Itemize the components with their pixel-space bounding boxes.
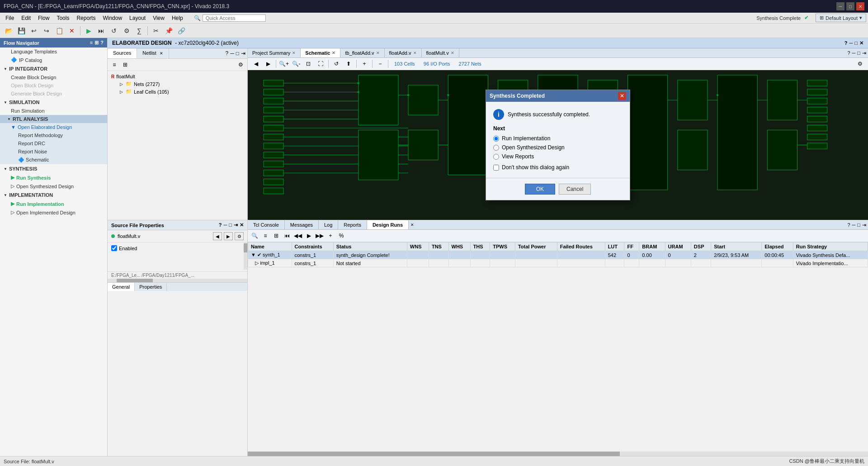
bot-percent-btn[interactable]: % <box>336 231 346 241</box>
radio-run-impl-input[interactable] <box>493 136 499 142</box>
sidebar-item-run-simulation[interactable]: Run Simulation <box>0 107 107 115</box>
nav-icon-3[interactable]: ? <box>100 40 104 46</box>
bot-collapse-btn[interactable]: ≡ <box>260 231 270 241</box>
bot-max-icon[interactable]: □ <box>857 222 860 228</box>
bot-prev-btn[interactable]: ◀◀ <box>293 231 303 241</box>
tb-floatadd-close[interactable]: ✕ <box>376 51 380 55</box>
table-row[interactable]: ▷ impl_1 constrs_1 Not started <box>248 259 868 267</box>
sources-settings-btn[interactable]: ⚙ <box>236 60 245 70</box>
dialog-close-button[interactable]: ✕ <box>618 92 626 100</box>
toolbar-paste[interactable]: 📌 <box>163 25 175 37</box>
props-scrollbar[interactable] <box>244 243 247 270</box>
quick-access-input[interactable] <box>203 14 266 22</box>
synthesis-header[interactable]: ▼ SYNTHESIS <box>0 164 107 173</box>
table-row[interactable]: ▼ ✔ synth_1 constrs_1 synth_design Compl… <box>248 251 868 259</box>
rtl-analysis-header[interactable]: ▼ RTL ANALYSIS <box>0 115 107 123</box>
sources-help-icon[interactable]: ? <box>226 50 229 57</box>
leaf-cells-expand-icon[interactable]: ▷ <box>118 90 124 94</box>
sch-back-btn[interactable]: ◀ <box>250 59 261 69</box>
nav-icon-1[interactable]: ≡ <box>90 40 93 46</box>
toolbar-undo[interactable]: ↩ <box>28 25 40 37</box>
radio-open-synthesized[interactable]: Open Synthesized Design <box>493 144 623 151</box>
tree-item-nets[interactable]: ▷ 📁 Nets (2727) <box>109 80 245 88</box>
tab-reports[interactable]: Reports <box>338 220 367 229</box>
elab-help-icon[interactable]: ? <box>844 40 848 46</box>
bot-float-icon[interactable]: ⇥ <box>862 222 866 228</box>
netlist-close-icon[interactable]: ✕ <box>160 51 163 56</box>
nets-expand-icon[interactable]: ▷ <box>118 82 124 86</box>
src-close-icon[interactable]: ✕ <box>240 222 244 228</box>
sidebar-item-ip-catalog[interactable]: 🔷 IP Catalog <box>0 56 107 64</box>
dialog-dont-show-checkbox[interactable]: Don't show this dialog again <box>493 164 623 171</box>
props-hscrollbar-thumb[interactable] <box>117 279 153 282</box>
dialog-cancel-button[interactable]: Cancel <box>559 184 591 195</box>
sch-help-icon[interactable]: ? <box>847 50 850 56</box>
sidebar-item-report-drc[interactable]: Report DRC <box>0 139 107 147</box>
sch-float-icon[interactable]: ⇥ <box>862 50 866 56</box>
sch-refresh-btn[interactable]: ↺ <box>331 59 342 69</box>
props-scrollbar-thumb[interactable] <box>244 243 247 252</box>
sch-forward-btn[interactable]: ▶ <box>263 59 274 69</box>
bot-expand-btn[interactable]: ⊞ <box>271 231 281 241</box>
nav-icon-2[interactable]: ⊞ <box>94 40 99 46</box>
sch-fit-btn[interactable]: ⊡ <box>303 59 314 69</box>
sch-max-icon[interactable]: □ <box>857 50 860 56</box>
sidebar-item-language-templates[interactable]: Language Templates <box>0 48 107 56</box>
close-button[interactable]: ✕ <box>856 2 864 10</box>
sources-float-icon[interactable]: ⇥ <box>241 50 245 57</box>
simulation-header[interactable]: ▼ SIMULATION <box>0 98 107 107</box>
sch-settings-btn[interactable]: ⚙ <box>854 59 865 69</box>
minimize-button[interactable]: ─ <box>836 2 844 10</box>
sch-cells-stat[interactable]: 103 Cells <box>391 60 419 67</box>
toolbar-script[interactable]: ∑ <box>133 25 145 37</box>
toolbar-delete[interactable]: ✕ <box>66 25 78 37</box>
bottom-hscrollbar[interactable] <box>248 452 868 456</box>
tab-log[interactable]: Log <box>319 220 338 229</box>
bot-first-btn[interactable]: ⏮ <box>282 231 292 241</box>
menu-view[interactable]: View <box>149 14 168 22</box>
src-max-icon[interactable]: □ <box>229 222 232 228</box>
menu-reports[interactable]: Reports <box>73 14 99 22</box>
tab-properties[interactable]: Properties <box>135 283 167 291</box>
schematic-tab-close[interactable]: ✕ <box>332 51 335 55</box>
tree-item-leaf-cells[interactable]: ▷ 📁 Leaf Cells (105) <box>109 88 245 95</box>
bot-run-btn[interactable]: ▶ <box>304 231 314 241</box>
elab-min-icon[interactable]: ─ <box>849 40 853 46</box>
props-next-btn[interactable]: ▶ <box>224 232 233 240</box>
sources-expand-btn[interactable]: ⊞ <box>120 60 130 70</box>
sidebar-item-create-block-design[interactable]: Create Block Design <box>0 73 107 81</box>
sidebar-item-open-synthesized-design[interactable]: ▷ Open Synthesized Design <box>0 182 107 190</box>
sidebar-item-report-methodology[interactable]: Report Methodology <box>0 131 107 139</box>
sch-nets-stat[interactable]: 2727 Nets <box>455 60 485 67</box>
sidebar-item-run-synthesis[interactable]: ▶ Run Synthesis <box>0 173 107 182</box>
sources-collapse-btn[interactable]: ≡ <box>109 60 119 70</box>
menu-window[interactable]: Window <box>99 14 126 22</box>
tab-design-runs[interactable]: Design Runs <box>367 220 409 229</box>
radio-view-reports-input[interactable] <box>493 154 499 160</box>
toolbar-open[interactable]: 📂 <box>3 25 14 37</box>
enabled-checkbox-row[interactable]: Enabled <box>111 244 244 252</box>
menu-file[interactable]: File <box>2 14 18 22</box>
toolbar-copy[interactable]: 📋 <box>53 25 65 37</box>
elab-max-icon[interactable]: □ <box>854 40 858 46</box>
tab-netlist[interactable]: Netlist ✕ <box>137 48 169 58</box>
src-min-icon[interactable]: ─ <box>224 222 227 228</box>
bottom-hscrollbar-thumb[interactable] <box>248 452 620 456</box>
bot-add-btn[interactable]: + <box>326 231 335 241</box>
project-summary-close[interactable]: ✕ <box>292 51 296 55</box>
menu-help[interactable]: Help <box>168 14 187 22</box>
sources-max-icon[interactable]: □ <box>236 50 239 57</box>
bot-next-btn[interactable]: ▶▶ <box>315 231 325 241</box>
sch-fullscreen-btn[interactable]: ⛶ <box>315 59 326 69</box>
sch-zoom-out-btn[interactable]: 🔍- <box>291 59 302 69</box>
sch-add-btn[interactable]: + <box>359 59 370 69</box>
tab-tcl-console[interactable]: Tcl Console <box>248 220 285 229</box>
props-hscrollbar[interactable] <box>108 279 247 282</box>
elab-close-icon[interactable]: ✕ <box>859 40 863 46</box>
bot-search-btn[interactable]: 🔍 <box>250 231 259 241</box>
toolbar-restart[interactable]: ↺ <box>108 25 120 37</box>
tab-project-summary[interactable]: Project Summary ✕ <box>248 48 301 57</box>
sch-min-icon[interactable]: ─ <box>852 50 856 56</box>
design-runs-close-icon[interactable]: ✕ <box>409 221 416 229</box>
enabled-checkbox[interactable] <box>111 245 117 251</box>
